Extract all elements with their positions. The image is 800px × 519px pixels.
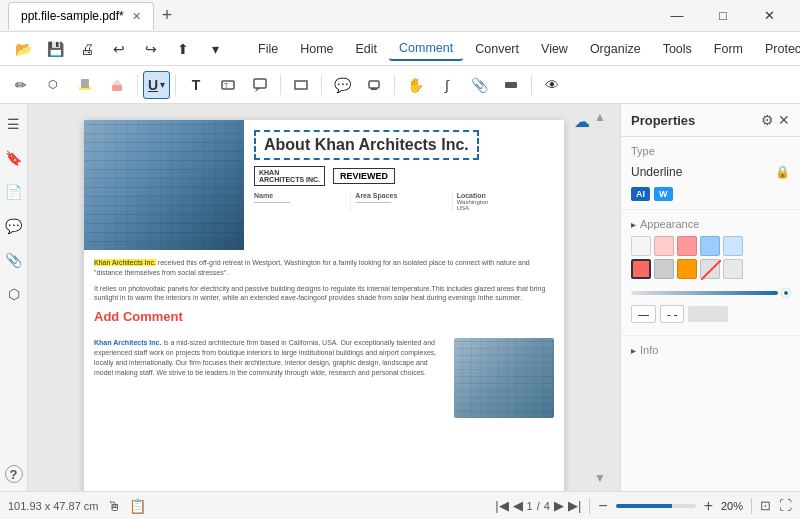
menu-form[interactable]: Form <box>704 38 753 60</box>
opacity-slider[interactable] <box>631 291 778 295</box>
share-button[interactable]: ⬆ <box>168 35 198 63</box>
pdf-page: About Khan Architects Inc. KHAN ARCHITEC… <box>84 120 564 491</box>
color-swatch-pattern[interactable] <box>700 259 720 279</box>
style-text-input[interactable] <box>688 306 728 322</box>
sidebar-help-icon[interactable]: ? <box>5 465 23 483</box>
signature-tool-button[interactable]: ∫ <box>432 71 462 99</box>
scroll-down-button[interactable]: ▼ <box>594 471 606 485</box>
next-page-button[interactable]: ▶ <box>554 498 564 513</box>
sidebar-bookmark-icon[interactable]: 🔖 <box>1 146 26 170</box>
fit-button[interactable]: ⊡ <box>760 498 771 513</box>
menu-edit[interactable]: Edit <box>346 38 388 60</box>
rect-tool-button[interactable] <box>286 71 316 99</box>
current-page: 1 <box>527 500 533 512</box>
color-swatch-3[interactable] <box>700 236 720 256</box>
color-swatch-1[interactable] <box>654 236 674 256</box>
last-page-button[interactable]: ▶| <box>568 498 581 513</box>
panel-header: Properties ⚙ ✕ <box>621 104 800 137</box>
text-tool-button[interactable]: T <box>181 71 211 99</box>
collapse-icon[interactable]: ▸ <box>631 219 636 230</box>
open-button[interactable]: 📂 <box>8 35 38 63</box>
status-separator2 <box>751 498 752 514</box>
style-dashed-button[interactable]: - - <box>660 305 684 323</box>
hand-tool-button[interactable]: ✋ <box>400 71 430 99</box>
color-swatch-5[interactable] <box>631 259 651 279</box>
redo-button[interactable]: ↪ <box>136 35 166 63</box>
sidebar-comment-icon[interactable]: 💬 <box>1 214 26 238</box>
panel-close-icon[interactable]: ✕ <box>778 112 790 128</box>
svg-text:T: T <box>224 82 229 89</box>
close-button[interactable]: ✕ <box>746 8 792 23</box>
pdf-right-building-image <box>454 338 554 418</box>
menu-organize[interactable]: Organize <box>580 38 651 60</box>
attach-tool-button[interactable]: 📎 <box>464 71 494 99</box>
minimize-button[interactable]: — <box>654 8 700 23</box>
color-swatch-0[interactable] <box>631 236 651 256</box>
tab-modified: * <box>119 9 124 23</box>
menu-file[interactable]: File <box>248 38 288 60</box>
save-button[interactable]: 💾 <box>40 35 70 63</box>
menu-comment[interactable]: Comment <box>389 37 463 61</box>
maximize-button[interactable]: □ <box>700 8 746 23</box>
color-swatch-7[interactable] <box>677 259 697 279</box>
menu-protect[interactable]: Protect <box>755 38 800 60</box>
panel-info-label: Info <box>640 344 658 356</box>
style-solid-button[interactable]: — <box>631 305 656 323</box>
textbox-tool-button[interactable]: T <box>213 71 243 99</box>
svg-rect-10 <box>371 88 377 90</box>
pen-tool-button[interactable]: ✏ <box>6 71 36 99</box>
menu-home[interactable]: Home <box>290 38 343 60</box>
highlight-tool-button[interactable] <box>70 71 100 99</box>
word-panel-badge: W <box>654 187 673 201</box>
stamp2-tool-button[interactable] <box>359 71 389 99</box>
menu-tools[interactable]: Tools <box>653 38 702 60</box>
opacity-row <box>631 285 790 301</box>
menu-view[interactable]: View <box>531 38 578 60</box>
sep6 <box>531 75 532 95</box>
note-tool-button[interactable]: 💬 <box>327 71 357 99</box>
print-button[interactable]: 🖨 <box>72 35 102 63</box>
sidebar-attach-icon[interactable]: 📎 <box>1 248 26 272</box>
zoom-slider[interactable] <box>616 504 696 508</box>
undo-button[interactable]: ↩ <box>104 35 134 63</box>
pdf-khan-link: Khan Architects Inc. <box>94 339 161 346</box>
svg-rect-2 <box>112 85 122 91</box>
tab-close-icon[interactable]: ✕ <box>132 10 141 23</box>
zoom-in-button[interactable]: + <box>704 497 713 515</box>
page-separator: / <box>537 500 540 512</box>
scroll-up-button[interactable]: ▲ <box>594 110 606 124</box>
sidebar-page-icon[interactable]: 📄 <box>1 180 26 204</box>
svg-rect-9 <box>369 81 379 88</box>
redact-tool-button[interactable] <box>496 71 526 99</box>
stamp-tool-button[interactable]: ⬡ <box>38 71 68 99</box>
pdf-tab[interactable]: ppt.file-sample.pdf * ✕ <box>8 2 154 30</box>
color-swatch-9[interactable] <box>723 259 743 279</box>
info-collapse-icon[interactable]: ▸ <box>631 345 636 356</box>
cloud-sync-button[interactable]: ☁ <box>574 112 590 131</box>
more-menu-button[interactable]: ▾ <box>200 35 230 63</box>
panel-settings-icon[interactable]: ⚙ <box>761 112 774 128</box>
fullscreen-button[interactable]: ⛶ <box>779 498 792 513</box>
first-page-button[interactable]: |◀ <box>495 498 508 513</box>
panel-appearance-label: Appearance <box>640 218 699 230</box>
reviewed-badge: REVIEWED <box>333 168 395 184</box>
pdf-area[interactable]: ▲ ☁ About Khan Architects Inc. KHAN ARCH… <box>28 104 620 491</box>
zoom-out-button[interactable]: − <box>598 497 607 515</box>
underline-tool-button[interactable]: U ▾ <box>143 71 170 99</box>
eraser-tool-button[interactable] <box>102 71 132 99</box>
sidebar-nav-icon[interactable]: ☰ <box>3 112 24 136</box>
sidebar-layers-icon[interactable]: ⬡ <box>4 282 24 306</box>
menu-convert[interactable]: Convert <box>465 38 529 60</box>
color-swatch-6[interactable] <box>654 259 674 279</box>
opacity-thumb[interactable] <box>782 289 790 297</box>
color-swatch-2[interactable] <box>677 236 697 256</box>
prev-page-button[interactable]: ◀ <box>513 498 523 513</box>
eye-tool-button[interactable]: 👁 <box>537 71 567 99</box>
color-swatch-4[interactable] <box>723 236 743 256</box>
new-tab-button[interactable]: + <box>156 5 179 26</box>
sep3 <box>280 75 281 95</box>
panel-lock-icon: 🔒 <box>775 165 790 179</box>
color-grid <box>631 236 790 279</box>
building-windows-overlay <box>84 120 244 250</box>
callout-tool-button[interactable] <box>245 71 275 99</box>
